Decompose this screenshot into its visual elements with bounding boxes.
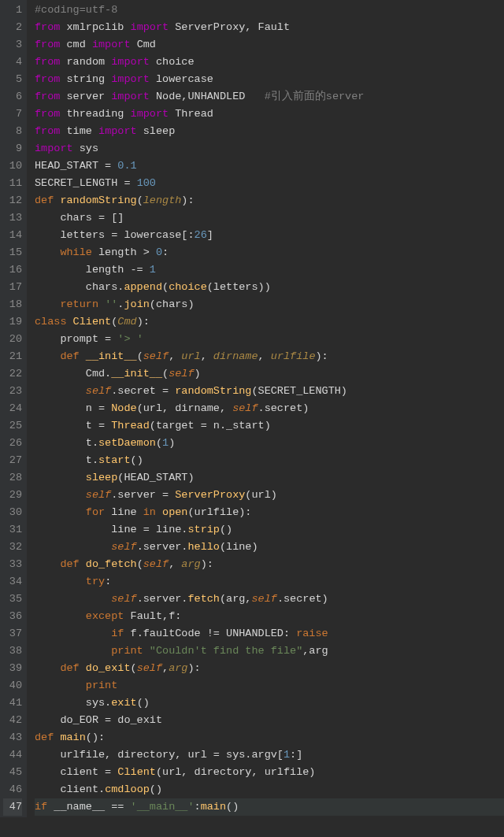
token: .secret): [277, 593, 328, 605]
line-number: 2: [3, 19, 22, 36]
code-line[interactable]: import sys: [35, 140, 504, 157]
code-line[interactable]: print: [35, 677, 504, 694]
code-line[interactable]: try:: [35, 573, 504, 591]
token: ,: [201, 350, 213, 362]
code-line[interactable]: prompt = '> ': [35, 331, 504, 348]
code-line[interactable]: SECRET_LENGTH = 100: [35, 175, 504, 192]
token: (: [156, 437, 162, 449]
token: [35, 680, 86, 691]
line-number: 3: [3, 36, 22, 54]
code-line[interactable]: if f.faultCode != UNHANDLED: raise: [35, 625, 504, 643]
code-line[interactable]: letters = lowercase[:26]: [35, 227, 504, 244]
code-line[interactable]: if __name__ == '__main__':main(): [35, 798, 504, 816]
code-area[interactable]: #coding=utf-8from xmlrpclib import Serve…: [27, 0, 504, 817]
token: '__main__': [131, 801, 195, 813]
code-line[interactable]: return ''.join(chars): [35, 296, 504, 313]
token: letters = lowercase[:: [35, 229, 195, 241]
token: randomString: [60, 194, 136, 206]
code-line[interactable]: Cmd.__init__(self): [35, 365, 504, 383]
token: .secret =: [111, 385, 175, 397]
token: 1: [150, 264, 156, 276]
token: sleep: [143, 125, 176, 137]
code-line[interactable]: def do_fetch(self, arg):: [35, 556, 504, 573]
token: Client: [73, 316, 112, 328]
token: ):: [201, 558, 213, 570]
code-line[interactable]: client.cmdloop(): [35, 781, 504, 798]
token: 1: [162, 437, 169, 449]
line-number: 6: [3, 88, 22, 106]
code-line[interactable]: self.server.fetch(arg,self.secret): [35, 591, 504, 608]
code-line[interactable]: def __init__(self, url, dirname, urlfile…: [35, 348, 504, 365]
code-line[interactable]: def randomString(length):: [35, 192, 504, 209]
token: choice: [156, 56, 195, 68]
code-line[interactable]: from threading import Thread: [35, 106, 504, 123]
line-number: 24: [3, 400, 22, 417]
token: (target = n._start): [150, 420, 271, 431]
code-line[interactable]: from cmd import Cmd: [35, 36, 504, 54]
token: import: [98, 125, 143, 137]
token: lowercase: [156, 73, 213, 85]
token: [35, 662, 60, 674]
code-line[interactable]: n = Node(url, dirname, self.secret): [35, 400, 504, 417]
token: [35, 593, 111, 605]
code-line[interactable]: def main():: [35, 729, 504, 746]
code-line[interactable]: self.server.hello(line): [35, 539, 504, 556]
token: import: [111, 91, 156, 102]
code-line[interactable]: HEAD_START = 0.1: [35, 157, 504, 175]
token: (: [137, 350, 143, 362]
token: (: [137, 194, 143, 206]
token: :: [195, 801, 201, 813]
code-line[interactable]: except Fault,f:: [35, 608, 504, 625]
code-line[interactable]: from string import lowercase: [35, 71, 504, 88]
token: (): [150, 783, 162, 795]
code-line[interactable]: chars.append(choice(letters)): [35, 279, 504, 296]
code-line[interactable]: from server import Node,UNHANDLED #引入前面的…: [35, 88, 504, 106]
code-line[interactable]: from random import choice: [35, 54, 504, 71]
code-line[interactable]: t = Thread(target = n._start): [35, 417, 504, 435]
code-editor[interactable]: 1234567891011121314151617181920212223242…: [0, 0, 504, 817]
token: Cmd: [137, 39, 156, 50]
code-line[interactable]: for line in open(urlfile):: [35, 504, 504, 521]
line-number: 47: [3, 798, 22, 816]
token: Thread: [111, 420, 150, 431]
line-number: 29: [3, 487, 22, 504]
code-line[interactable]: line = line.strip(): [35, 521, 504, 539]
code-line[interactable]: class Client(Cmd):: [35, 313, 504, 331]
code-line[interactable]: while length > 0:: [35, 244, 504, 261]
token: 0.1: [117, 160, 136, 172]
code-line[interactable]: length -= 1: [35, 261, 504, 279]
code-line[interactable]: from xmlrpclib import ServerProxy, Fault: [35, 19, 504, 36]
token: import: [92, 39, 137, 50]
token: threading: [67, 108, 131, 120]
code-line[interactable]: t.setDaemon(1): [35, 435, 504, 452]
line-number: 19: [3, 313, 22, 331]
code-line[interactable]: #coding=utf-8: [35, 2, 504, 19]
code-line[interactable]: chars = []: [35, 209, 504, 227]
token: self: [251, 593, 276, 605]
token: append: [124, 281, 162, 293]
code-line[interactable]: print "Couldn't find the file",arg: [35, 643, 504, 660]
token: [35, 576, 86, 587]
token: Thread: [175, 108, 213, 120]
code-line[interactable]: urlfile, directory, url = sys.argv[1:]: [35, 746, 504, 764]
code-line[interactable]: sleep(HEAD_START): [35, 469, 504, 487]
token: urlfile: [271, 350, 316, 362]
line-number-gutter: 1234567891011121314151617181920212223242…: [0, 0, 27, 817]
line-number: 12: [3, 192, 22, 209]
code-line[interactable]: self.server = ServerProxy(url): [35, 487, 504, 504]
code-line[interactable]: t.start(): [35, 452, 504, 469]
token: self: [169, 368, 194, 380]
token: try: [86, 576, 105, 587]
line-number: 30: [3, 504, 22, 521]
token: .secret): [258, 402, 309, 414]
token: client =: [35, 766, 117, 778]
code-line[interactable]: client = Client(url, directory, urlfile): [35, 764, 504, 781]
token: do_fetch: [86, 558, 137, 570]
code-line[interactable]: self.secret = randomString(SECRET_LENGTH…: [35, 383, 504, 400]
code-line[interactable]: sys.exit(): [35, 694, 504, 712]
code-line[interactable]: from time import sleep: [35, 123, 504, 140]
token: "Couldn't find the file": [150, 645, 302, 657]
token: if: [35, 801, 54, 813]
code-line[interactable]: do_EOR = do_exit: [35, 712, 504, 729]
code-line[interactable]: def do_exit(self,arg):: [35, 660, 504, 677]
